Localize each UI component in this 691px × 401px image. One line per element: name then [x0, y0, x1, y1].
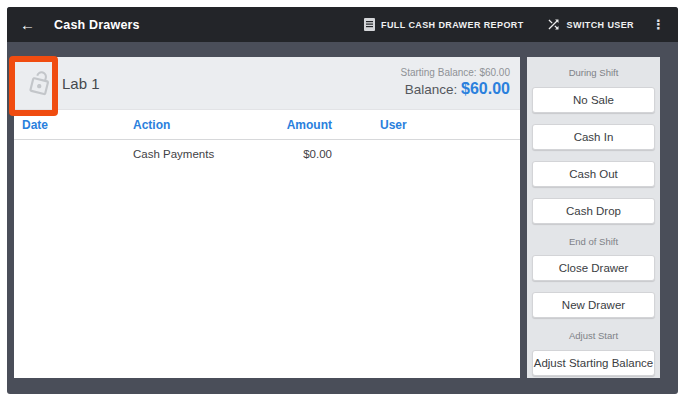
- cash-drawer-panel: Lab 1 Starting Balance: $60.00 Balance: …: [14, 57, 520, 378]
- lock-open-icon: [25, 67, 55, 99]
- drawer-actions-sidebar: During Shift No Sale Cash In Cash Out Ca…: [527, 57, 660, 378]
- cash-out-button[interactable]: Cash Out: [532, 161, 655, 187]
- table-header-row: Date Action Amount User: [14, 110, 520, 140]
- full-cash-drawer-report-button[interactable]: FULL CASH DRAWER REPORT: [364, 18, 524, 31]
- switch-arrows-icon: [546, 17, 561, 32]
- row-action: Cash Payments: [133, 148, 284, 160]
- report-document-icon: [364, 18, 375, 31]
- switch-user-label: SWITCH USER: [567, 20, 634, 30]
- app-window: ← Cash Drawers FULL CASH DRAWER REPORT S…: [7, 7, 678, 394]
- cash-in-button[interactable]: Cash In: [532, 124, 655, 150]
- switch-user-button[interactable]: SWITCH USER: [546, 17, 634, 32]
- close-drawer-button[interactable]: Close Drawer: [532, 255, 655, 281]
- app-bar: ← Cash Drawers FULL CASH DRAWER REPORT S…: [7, 7, 678, 42]
- table-row: Cash Payments $0.00: [14, 140, 520, 168]
- balance-block: Starting Balance: $60.00 Balance: $60.00: [400, 67, 520, 100]
- page-title: Cash Drawers: [54, 18, 140, 32]
- new-drawer-button[interactable]: New Drawer: [532, 292, 655, 318]
- section-label-end-of-shift: End of Shift: [527, 236, 660, 248]
- drawer-panel-header: Lab 1 Starting Balance: $60.00 Balance: …: [14, 57, 520, 110]
- starting-balance-text: Starting Balance: $60.00: [400, 67, 510, 80]
- cash-drop-button[interactable]: Cash Drop: [532, 198, 655, 224]
- overflow-menu-icon[interactable]: ⋮: [652, 18, 665, 31]
- section-label-during-shift: During Shift: [527, 67, 660, 79]
- back-arrow-icon[interactable]: ←: [20, 17, 35, 32]
- column-header-date: Date: [22, 118, 133, 132]
- report-button-label: FULL CASH DRAWER REPORT: [381, 20, 524, 30]
- column-header-user: User: [380, 118, 407, 132]
- section-label-adjust-start: Adjust Start: [527, 330, 660, 342]
- row-amount: $0.00: [284, 148, 332, 160]
- balance-value: $60.00: [461, 80, 510, 97]
- no-sale-button[interactable]: No Sale: [532, 87, 655, 113]
- drawer-title: Lab 1: [62, 75, 400, 92]
- adjust-starting-balance-button[interactable]: Adjust Starting Balance: [532, 350, 655, 376]
- column-header-action: Action: [133, 118, 284, 132]
- balance-label: Balance:: [405, 82, 458, 97]
- column-header-amount: Amount: [284, 118, 332, 132]
